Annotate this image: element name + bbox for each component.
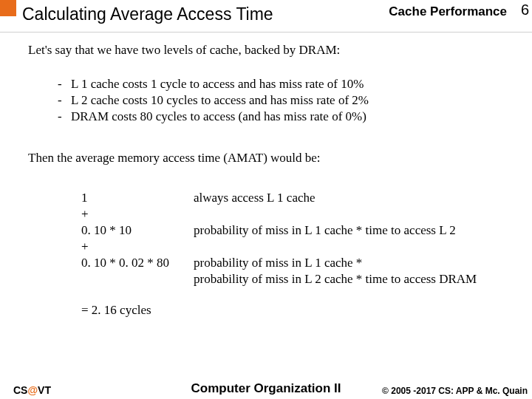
calc-term: 0. 10 * 0. 02 * 80 — [81, 256, 194, 270]
calc-row: + — [81, 207, 504, 222]
calc-row: probability of miss in L 2 cache * time … — [81, 272, 504, 287]
calc-term: 0. 10 * 10 — [81, 223, 194, 238]
calc-explain: probability of miss in L 2 cache * time … — [194, 272, 504, 287]
bullet-text: L 2 cache costs 10 cycles to access and … — [71, 93, 369, 108]
calculation-block: 1 always access L 1 cache + 0. 10 * 10 p… — [81, 191, 504, 318]
footer-at: @ — [27, 384, 38, 396]
calc-row: 1 always access L 1 cache — [81, 191, 504, 205]
calc-row: + — [81, 239, 504, 254]
bullet-text: L 1 cache costs 1 cycle to access and ha… — [71, 77, 364, 92]
calc-explain: probability of miss in L 1 cache * time … — [194, 223, 504, 238]
bullet-text: DRAM costs 80 cycles to access (and has … — [71, 109, 366, 124]
list-item: - L 2 cache costs 10 cycles to access an… — [58, 93, 504, 108]
calc-term: + — [81, 207, 194, 222]
calc-term: 1 — [81, 191, 194, 205]
calc-result: = 2. 16 cycles — [81, 303, 504, 318]
intro-text: Let's say that we have two levels of cac… — [28, 43, 504, 58]
footer-center: Computer Organization II — [191, 381, 341, 396]
calc-row: 0. 10 * 0. 02 * 80 probability of miss i… — [81, 256, 504, 270]
calc-explain: always access L 1 cache — [194, 191, 504, 205]
bullet-dash: - — [58, 93, 71, 108]
slide-header: Calculating Average Access Time Cache Pe… — [0, 0, 532, 33]
calc-term — [81, 272, 194, 287]
footer-left: CS@VT — [13, 384, 51, 396]
footer-cs: CS — [13, 384, 27, 396]
page-number: 6 — [521, 1, 529, 18]
section-label: Cache Performance — [389, 4, 507, 19]
bullet-list: - L 1 cache costs 1 cycle to access and … — [58, 77, 504, 124]
slide-title: Calculating Average Access Time — [22, 4, 273, 24]
amat-intro: Then the average memory access time (AMA… — [28, 151, 504, 166]
list-item: - L 1 cache costs 1 cycle to access and … — [58, 77, 504, 92]
footer-copyright: © 2005 -2017 CS: APP & Mc. Quain — [382, 386, 528, 396]
slide-footer: CS@VT Computer Organization II © 2005 -2… — [0, 384, 532, 396]
footer-vt: VT — [38, 384, 51, 396]
bullet-dash: - — [58, 109, 71, 124]
calc-explain — [194, 207, 504, 222]
bullet-dash: - — [58, 77, 71, 92]
calc-row: 0. 10 * 10 probability of miss in L 1 ca… — [81, 223, 504, 238]
list-item: - DRAM costs 80 cycles to access (and ha… — [58, 109, 504, 124]
calc-explain: probability of miss in L 1 cache * — [194, 256, 504, 270]
calc-explain — [194, 239, 504, 254]
slide-content: Let's say that we have two levels of cac… — [0, 33, 532, 318]
calc-term: + — [81, 239, 194, 254]
header-accent-square — [0, 0, 16, 16]
